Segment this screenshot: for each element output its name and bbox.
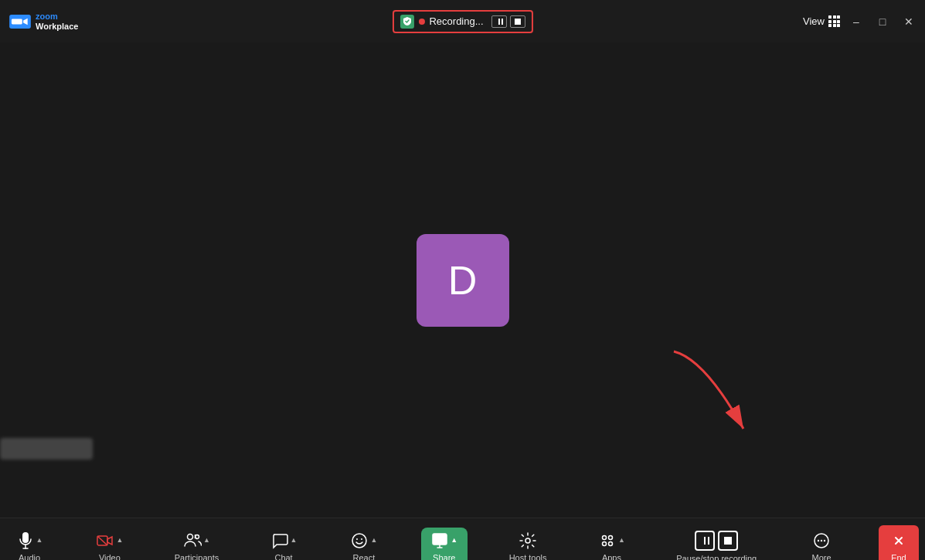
logo-zoom: zoom [36, 12, 78, 21]
participants-button[interactable]: 1 ▲ Participants [167, 527, 226, 560]
svg-point-15 [608, 536, 612, 540]
apps-button[interactable]: ▲ Apps [588, 527, 634, 560]
react-icon [350, 531, 369, 550]
participants-chevron[interactable]: ▲ [203, 536, 210, 544]
video-button[interactable]: ▲ Video [87, 527, 133, 560]
video-icon [96, 531, 114, 550]
logo: zoom Workplace [9, 12, 78, 30]
svg-point-20 [821, 540, 822, 541]
chat-icon [270, 531, 289, 550]
svg-point-6 [188, 535, 193, 540]
recording-controls[interactable] [491, 15, 525, 28]
apps-icon [598, 531, 617, 550]
apps-label: Apps [602, 553, 621, 560]
recording-pause-btn[interactable] [491, 15, 507, 28]
toolbar: ▲ Audio ▲ Video 1 ▲ Participants [0, 518, 925, 560]
svg-point-19 [818, 540, 819, 541]
audio-chevron[interactable]: ▲ [36, 536, 43, 544]
video-chevron[interactable]: ▲ [116, 536, 123, 544]
title-bar: zoom Workplace Recording... View [0, 0, 925, 42]
react-chevron[interactable]: ▲ [370, 536, 377, 544]
react-button[interactable]: ▲ React [341, 527, 387, 560]
audio-label: Audio [19, 553, 40, 560]
host-tools-button[interactable]: Host tools [502, 527, 555, 560]
participants-icon: 1 [183, 531, 202, 550]
svg-point-16 [602, 542, 606, 546]
participants-label: Participants [175, 553, 219, 560]
more-label: More [812, 553, 831, 560]
view-button[interactable]: View [803, 15, 840, 27]
title-bar-right: View – □ ✕ [803, 15, 916, 29]
svg-point-21 [824, 540, 825, 541]
apps-chevron[interactable]: ▲ [618, 536, 625, 544]
more-button[interactable]: More [798, 527, 845, 560]
view-grid-icon [828, 15, 840, 27]
more-icon [812, 531, 831, 550]
recording-stop-btn[interactable] [510, 15, 525, 28]
video-icon-area: ▲ [96, 531, 123, 550]
chat-button[interactable]: ▲ Chat [260, 527, 307, 560]
pause-stop-label: Pause/stop recording [676, 554, 757, 560]
logo-workplace: Workplace [36, 22, 78, 31]
host-tools-icon [519, 531, 537, 550]
view-label: View [803, 15, 825, 27]
chat-chevron[interactable]: ▲ [291, 536, 298, 544]
share-label: Share [433, 553, 455, 560]
pause-stop-icons [695, 531, 738, 551]
shield-icon [400, 15, 413, 29]
chat-icon-area: ▲ [270, 531, 298, 550]
chat-label: Chat [274, 553, 292, 560]
share-chevron[interactable]: ▲ [451, 536, 457, 544]
svg-point-11 [361, 538, 362, 540]
video-area: D [0, 42, 925, 518]
host-tools-icon-area [519, 531, 537, 550]
svg-text:1: 1 [194, 534, 197, 539]
stop-icon [718, 531, 738, 551]
apps-icon-area: ▲ [598, 531, 625, 550]
close-button[interactable]: ✕ [902, 15, 916, 29]
avatar-letter: D [448, 257, 478, 304]
host-tools-label: Host tools [509, 553, 547, 560]
react-label: React [353, 553, 376, 560]
recording-dot [418, 19, 424, 25]
zoom-logo-icon [9, 15, 31, 29]
end-button[interactable]: End [879, 525, 919, 560]
svg-point-9 [352, 534, 366, 548]
logo-text: zoom Workplace [36, 12, 78, 30]
share-button[interactable]: ▲ Share [421, 528, 468, 560]
recording-badge: Recording... [392, 10, 532, 33]
participants-icon-area: 1 ▲ [183, 531, 210, 550]
pause-stop-recording-button[interactable]: Pause/stop recording [668, 526, 764, 560]
more-icon-area [812, 531, 831, 550]
maximize-button[interactable]: □ [876, 15, 889, 29]
video-label: Video [99, 553, 121, 560]
svg-point-14 [602, 536, 606, 540]
window-controls: – □ ✕ [849, 15, 916, 29]
end-icon [889, 531, 908, 550]
share-icon-area: ▲ [430, 531, 457, 550]
react-icon-area: ▲ [350, 531, 377, 550]
minimize-button[interactable]: – [849, 15, 863, 29]
audio-icon-area: ▲ [16, 531, 43, 550]
recording-text: Recording... [429, 15, 483, 27]
svg-point-13 [525, 538, 530, 543]
end-label: End [891, 553, 906, 560]
pause-icon [695, 531, 715, 551]
audio-button[interactable]: ▲ Audio [6, 527, 53, 560]
svg-point-10 [356, 538, 358, 540]
annotation-arrow [658, 344, 774, 452]
audio-icon [16, 531, 35, 550]
blurred-name-bar [0, 438, 93, 460]
svg-point-17 [608, 542, 612, 546]
svg-line-5 [97, 536, 107, 545]
share-icon [430, 531, 449, 550]
participant-avatar: D [417, 234, 509, 327]
